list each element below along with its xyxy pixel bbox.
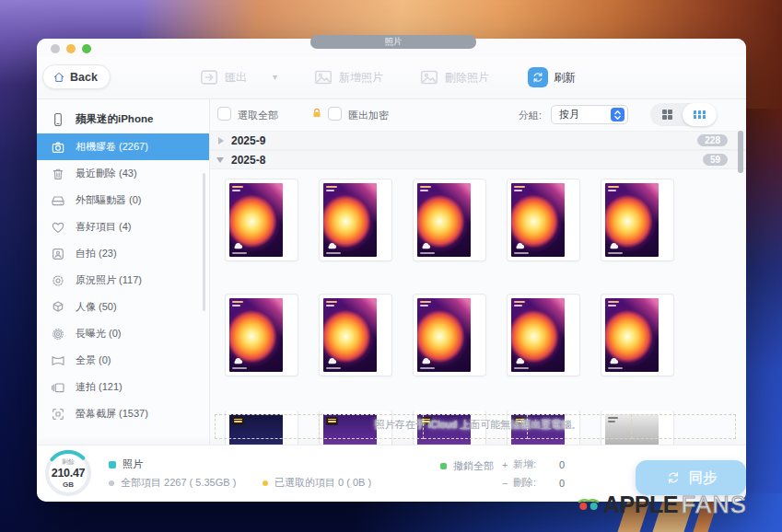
sidebar-item-heart[interactable]: 喜好項目 (4) bbox=[37, 214, 209, 240]
photo-image bbox=[229, 298, 283, 372]
photo-thumbnail[interactable] bbox=[601, 411, 673, 445]
photo-thumbnail[interactable] bbox=[414, 295, 485, 376]
photo-thumbnail[interactable] bbox=[414, 179, 485, 260]
portrait-icon bbox=[51, 300, 65, 315]
screen: 照片 Back 匯出 ▾ 新增照片 刪除照片 bbox=[0, 0, 782, 532]
sidebar-item-label: 蘋果迷的iPhone bbox=[76, 112, 153, 126]
group-by-select[interactable]: 按月 bbox=[551, 105, 628, 124]
sidebar-item-label: 長曝光 (0) bbox=[76, 327, 122, 341]
photo-thumbnail[interactable] bbox=[320, 295, 391, 376]
deleted-value: 0 bbox=[559, 478, 565, 489]
sync-button[interactable]: 同步 bbox=[636, 460, 746, 495]
photo-thumbnail[interactable] bbox=[508, 179, 579, 260]
photo-thumbnail[interactable] bbox=[226, 179, 298, 260]
photo-thumbnail[interactable] bbox=[601, 295, 673, 376]
drive-icon bbox=[51, 193, 65, 208]
undo-all-button[interactable]: 撤銷全部 bbox=[440, 459, 494, 473]
sidebar-item-label: 喜好項目 (4) bbox=[76, 220, 132, 234]
selected-items-legend: 已選取的項目 0 ( 0B ) bbox=[263, 476, 371, 490]
photo-thumbnail[interactable] bbox=[414, 411, 485, 445]
remaining-unit: GB bbox=[44, 480, 92, 489]
sidebar-item-long-exposure[interactable]: 長曝光 (0) bbox=[37, 320, 209, 347]
selected-items-label: 已選取的項目 0 ( 0B ) bbox=[274, 476, 371, 490]
sidebar-item-drive[interactable]: 外部驅動器 (0) bbox=[37, 187, 209, 214]
export-dropdown-arrow[interactable]: ▾ bbox=[273, 72, 277, 82]
select-all-label: 選取全部 bbox=[238, 109, 278, 122]
group-header-2025-8[interactable]: 2025-8 59 bbox=[210, 150, 746, 169]
refresh-button[interactable]: 刷新 bbox=[528, 67, 576, 87]
sidebar-item-label: 螢幕截屏 (1537) bbox=[76, 407, 148, 421]
sidebar: 蘋果迷的iPhone相機膠卷 (2267)最近刪除 (43)外部驅動器 (0)喜… bbox=[37, 99, 210, 445]
photo-thumbnail[interactable] bbox=[226, 295, 298, 376]
delete-photos-icon bbox=[419, 67, 439, 87]
add-photos-icon bbox=[313, 67, 333, 87]
sidebar-item-label: 全景 (0) bbox=[76, 353, 111, 367]
photo-thumbnail[interactable] bbox=[320, 179, 391, 260]
sidebar-item-selfie[interactable]: 自拍 (23) bbox=[37, 240, 209, 267]
sidebar-item-burst[interactable]: 連拍 (121) bbox=[37, 374, 209, 400]
remaining-label: 剩餘 bbox=[44, 457, 92, 467]
group-name: 2025-8 bbox=[231, 154, 265, 167]
photo-image bbox=[605, 414, 659, 445]
sidebar-scrollbar[interactable] bbox=[203, 173, 205, 311]
photo-thumbnail[interactable] bbox=[226, 411, 298, 445]
photo-image bbox=[229, 183, 283, 257]
content-scrollbar[interactable] bbox=[738, 131, 743, 173]
add-photos-button[interactable]: 新增照片 bbox=[313, 67, 383, 87]
photo-image bbox=[605, 183, 659, 257]
select-all-checkbox[interactable] bbox=[217, 107, 231, 121]
photo-image bbox=[323, 298, 377, 372]
delete-photos-button[interactable]: 刪除照片 bbox=[419, 67, 489, 87]
large-grid-view-button[interactable] bbox=[650, 103, 684, 126]
sidebar-item-trash[interactable]: 最近刪除 (43) bbox=[37, 160, 209, 187]
add-photos-label: 新增照片 bbox=[339, 70, 383, 86]
photo-thumbnail[interactable] bbox=[601, 179, 673, 260]
photo-thumbnail[interactable] bbox=[508, 295, 579, 376]
applefans-logo-icon bbox=[578, 497, 600, 513]
group-name: 2025-9 bbox=[231, 134, 265, 147]
selfie-icon bbox=[51, 247, 65, 261]
minimize-button[interactable] bbox=[66, 44, 76, 53]
minus-icon: − bbox=[502, 478, 513, 489]
window-title: 照片 bbox=[385, 36, 403, 48]
lock-icon bbox=[310, 107, 323, 120]
group-count-badge: 59 bbox=[703, 154, 728, 166]
added-value: 0 bbox=[559, 459, 565, 470]
iphone-icon bbox=[51, 112, 65, 127]
long-exposure-icon bbox=[51, 327, 65, 341]
group-header-2025-9[interactable]: 2025-9 228 bbox=[210, 131, 746, 150]
sidebar-item-camera[interactable]: 相機膠卷 (2267) bbox=[37, 133, 209, 160]
sidebar-item-label: 自拍 (23) bbox=[76, 247, 117, 260]
toolbar: Back 匯出 ▾ 新增照片 刪除照片 刷新 bbox=[37, 57, 746, 99]
photo-thumbnail[interactable] bbox=[508, 411, 579, 445]
sidebar-item-live-photo[interactable]: 原況照片 (117) bbox=[37, 267, 209, 294]
back-button[interactable]: Back bbox=[42, 64, 111, 89]
photo-image bbox=[229, 414, 283, 445]
sidebar-item-screenshot[interactable]: 螢幕截屏 (1537) bbox=[37, 400, 209, 427]
small-grid-view-button[interactable] bbox=[683, 103, 717, 126]
photo-thumbnail[interactable] bbox=[320, 411, 391, 445]
sidebar-item-iphone[interactable]: 蘋果迷的iPhone bbox=[37, 105, 209, 133]
panorama-icon bbox=[51, 353, 65, 368]
watermark-light: FANS bbox=[682, 492, 747, 518]
export-encrypted-label: 匯出加密 bbox=[348, 109, 389, 122]
photo-image bbox=[511, 298, 565, 372]
refresh-icon bbox=[528, 67, 548, 87]
close-button[interactable] bbox=[51, 44, 60, 53]
screenshot-icon bbox=[51, 407, 65, 422]
view-toggle-group bbox=[650, 103, 717, 126]
zoom-window-button[interactable] bbox=[82, 44, 91, 53]
added-label: 新增: bbox=[513, 457, 548, 471]
sidebar-item-portrait[interactable]: 人像 (50) bbox=[37, 294, 209, 320]
home-icon bbox=[53, 71, 65, 84]
photo-image bbox=[605, 298, 659, 372]
expand-caret-icon[interactable] bbox=[216, 157, 224, 163]
sidebar-item-label: 連拍 (121) bbox=[76, 380, 123, 394]
plus-icon: + bbox=[502, 459, 513, 470]
live-photo-icon bbox=[51, 273, 65, 288]
export-encrypted-checkbox[interactable] bbox=[328, 107, 342, 121]
collapse-caret-icon[interactable] bbox=[218, 137, 224, 145]
all-items-label: 全部項目 2267 ( 5.35GB ) bbox=[121, 476, 236, 490]
sidebar-item-panorama[interactable]: 全景 (0) bbox=[37, 347, 209, 374]
export-button[interactable]: 匯出 bbox=[199, 67, 247, 87]
